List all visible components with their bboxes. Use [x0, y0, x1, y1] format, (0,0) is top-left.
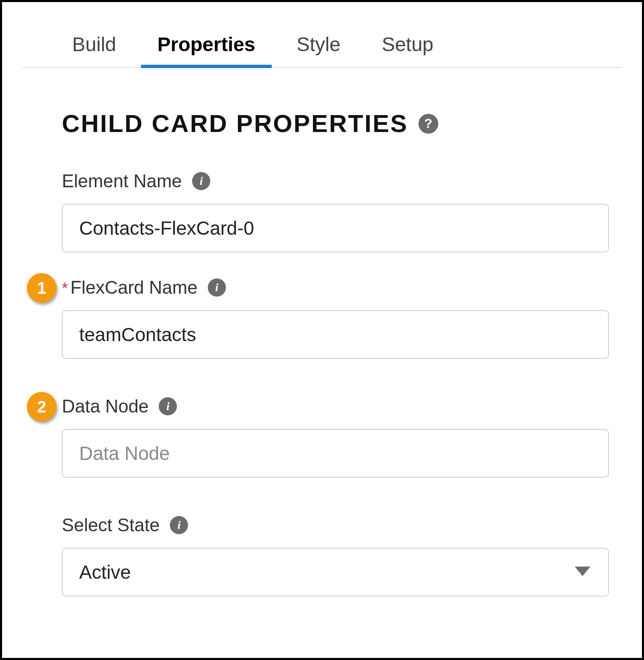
flexcard-name-label: *FlexCard Name — [62, 277, 197, 298]
section-heading: CHILD CARD PROPERTIES ? — [62, 109, 621, 138]
element-name-input[interactable] — [62, 204, 609, 252]
tab-build[interactable]: Build — [64, 27, 125, 67]
callout-badge-2: 2 — [27, 392, 56, 422]
panel-frame: Build Properties Style Setup CHILD CARD … — [0, 0, 644, 660]
field-element-name: Element Name i — [62, 171, 609, 252]
field-label-row: Select State i — [62, 515, 609, 535]
tab-bar: Build Properties Style Setup — [23, 27, 621, 68]
help-icon[interactable]: ? — [418, 114, 438, 134]
element-name-label: Element Name — [62, 171, 182, 191]
section-title: CHILD CARD PROPERTIES — [62, 109, 408, 138]
info-icon[interactable]: i — [159, 397, 177, 415]
data-node-label: Data Node — [62, 396, 148, 417]
field-label-row: Element Name i — [62, 171, 609, 191]
info-icon[interactable]: i — [208, 278, 226, 297]
panel-content: Build Properties Style Setup CHILD CARD … — [2, 2, 642, 638]
info-icon[interactable]: i — [170, 516, 188, 534]
field-label-row: Data Node i — [62, 396, 609, 417]
data-node-input[interactable] — [62, 429, 609, 478]
select-state-wrap: Active — [62, 548, 609, 596]
info-icon[interactable]: i — [192, 172, 210, 190]
tab-setup[interactable]: Setup — [374, 27, 442, 67]
field-data-node: 2 Data Node i — [62, 396, 609, 478]
field-select-state: Select State i Active — [62, 515, 609, 596]
field-flexcard-name: 1 *FlexCard Name i — [62, 277, 609, 359]
flexcard-name-input[interactable] — [62, 310, 609, 359]
required-asterisk: * — [62, 280, 68, 297]
flexcard-name-label-text: FlexCard Name — [71, 277, 197, 297]
tab-style[interactable]: Style — [288, 27, 349, 67]
tab-properties[interactable]: Properties — [149, 27, 263, 67]
select-state-label: Select State — [62, 515, 160, 535]
callout-badge-1: 1 — [27, 273, 56, 303]
field-label-row: *FlexCard Name i — [62, 277, 609, 298]
select-state-input[interactable]: Active — [62, 548, 609, 596]
